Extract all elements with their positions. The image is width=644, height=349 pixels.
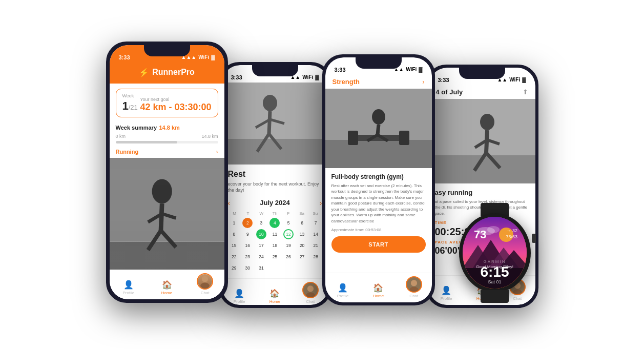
- p3-profile-icon: 👤: [338, 283, 348, 293]
- cal-day-8[interactable]: 8: [229, 229, 239, 239]
- svg-point-9: [202, 276, 208, 282]
- nav-home[interactable]: 🏠 Home: [148, 280, 186, 295]
- cal-day-31[interactable]: 31: [256, 263, 266, 273]
- p3-workout-svg: [325, 89, 432, 168]
- cal-day-23[interactable]: 23: [242, 252, 253, 262]
- calendar-header: ‹ July 2024 ›: [228, 199, 322, 207]
- chat-avatar: [197, 273, 213, 290]
- cal-day-21[interactable]: 21: [310, 240, 321, 251]
- phone-1-header: ⚡ RunnerPro: [110, 63, 224, 84]
- phone-4-photo: [429, 99, 535, 183]
- scene: 3:33 ▲▲▲ WiFi ▓ ⚡ RunnerPro Week: [91, 31, 554, 318]
- svg-point-30: [411, 280, 417, 286]
- nav-chat[interactable]: Chat: [186, 273, 224, 295]
- p4-photo-svg: [429, 99, 535, 183]
- p4-battery-icon: ▓: [522, 77, 526, 83]
- app-name: RunnerPro: [152, 68, 195, 77]
- profile-nav-icon: 👤: [123, 280, 134, 290]
- week-summary-km: 14.8 km: [159, 125, 179, 131]
- svg-point-49: [487, 226, 500, 233]
- cal-day-28[interactable]: 28: [310, 252, 321, 262]
- p3-battery-icon: ▓: [419, 67, 422, 72]
- p2-nav-profile[interactable]: 👤 Profile: [222, 289, 257, 304]
- app-logo: ⚡ RunnerPro: [139, 68, 195, 77]
- svg-rect-24: [348, 131, 358, 145]
- workout-title: Full-body strength (gym): [331, 173, 426, 180]
- p3-nav-profile[interactable]: 👤 Profile: [325, 283, 361, 298]
- phone-4-status-icons: ▲▲ WiFi ▓: [497, 77, 526, 83]
- cal-day-15[interactable]: 15: [229, 240, 239, 251]
- cal-day-4[interactable]: 4: [269, 218, 280, 228]
- cal-day-22[interactable]: 22: [229, 252, 239, 262]
- svg-point-10: [200, 282, 210, 289]
- cal-day-27[interactable]: 27: [297, 252, 307, 262]
- cal-day-9[interactable]: 9: [242, 229, 253, 239]
- cal-day[interactable]: 1: [229, 218, 239, 228]
- cal-day-14[interactable]: 14: [310, 229, 321, 239]
- svg-point-26: [372, 109, 385, 125]
- cal-day-11[interactable]: 11: [269, 229, 280, 239]
- workout-photo: [325, 89, 432, 168]
- cal-day-20[interactable]: 20: [297, 240, 307, 251]
- cal-day-18[interactable]: 18: [269, 240, 280, 251]
- cal-day-19[interactable]: 19: [283, 240, 294, 251]
- cal-day-10[interactable]: 10: [256, 229, 266, 239]
- cal-day-7[interactable]: 7: [310, 218, 321, 228]
- cal-prev-arrow[interactable]: ‹: [228, 199, 231, 207]
- running-row[interactable]: Running ›: [110, 149, 224, 158]
- cal-day-12[interactable]: 12: [283, 229, 294, 239]
- p3-chat-avatar: [406, 276, 422, 293]
- chat-nav-label: Chat: [201, 291, 210, 295]
- cal-day-26[interactable]: 26: [283, 252, 294, 262]
- watch-side-button[interactable]: [532, 234, 536, 243]
- cal-day-6[interactable]: 6: [297, 218, 307, 228]
- strength-chevron-icon[interactable]: ›: [422, 78, 424, 86]
- goal-row: Week 1/21 Your next goal 42 km - 03:30:0…: [122, 93, 212, 113]
- rest-title: Rest: [228, 170, 322, 179]
- phone-3-time: 3:33: [335, 67, 346, 73]
- date-label: 4 of July: [436, 88, 463, 96]
- svg-point-19: [307, 285, 314, 292]
- start-button[interactable]: START: [331, 236, 426, 253]
- watch-date: Sat 01: [463, 279, 527, 284]
- cal-day-30[interactable]: 30: [242, 263, 253, 273]
- p3-nav-home[interactable]: 🏠 Home: [361, 283, 396, 298]
- cal-day-3[interactable]: 3: [256, 218, 266, 228]
- avatar-face: [198, 274, 212, 289]
- p2-avatar-svg: [303, 282, 318, 298]
- week-info: Week 1/21: [122, 93, 138, 113]
- p2-battery-icon: ▓: [315, 74, 319, 80]
- phone-1-status-icons: ▲▲▲ WiFi ▓: [181, 54, 215, 60]
- nav-profile[interactable]: 👤 Profile: [110, 280, 148, 295]
- cal-day-17[interactable]: 17: [256, 240, 266, 251]
- cal-next-arrow[interactable]: ›: [320, 199, 322, 207]
- phone-3-top-bar: Strength ›: [325, 75, 432, 89]
- p3-nav-chat[interactable]: Chat: [396, 276, 431, 298]
- cal-day-29[interactable]: 29: [229, 263, 239, 273]
- watch-temp-range: 75/63: [506, 234, 517, 239]
- home-nav-label: Home: [161, 291, 172, 295]
- svg-point-13: [263, 95, 277, 111]
- cal-day-13[interactable]: 13: [297, 229, 307, 239]
- p2-home-icon: 🏠: [269, 289, 280, 298]
- phone-4-time: 3:33: [438, 77, 449, 83]
- progress-track: [116, 141, 218, 143]
- phone-4-top-bar: 4 of July ⬆: [429, 85, 535, 99]
- phone-2: 3:33 ▲▲ WiFi ▓: [219, 62, 331, 308]
- p2-nav-home[interactable]: 🏠 Home: [257, 289, 293, 304]
- cal-day-5[interactable]: 5: [283, 218, 294, 228]
- svg-line-27: [378, 125, 379, 135]
- cal-day-25[interactable]: 25: [269, 252, 280, 262]
- cal-day-24[interactable]: 24: [256, 252, 266, 262]
- p2-wifi-icon: WiFi: [302, 74, 313, 80]
- goal-box: Week 1/21 Your next goal 42 km - 03:30:0…: [116, 89, 218, 117]
- p3-avatar-svg: [407, 276, 421, 293]
- cal-day-2[interactable]: 2: [242, 218, 253, 228]
- share-icon[interactable]: ⬆: [523, 88, 528, 96]
- calendar-grid: M T W Th F Sa Su 1 2 3 4 5 6: [228, 211, 322, 273]
- running-label: Running: [116, 149, 139, 155]
- phone-2-time: 3:33: [231, 74, 242, 80]
- cal-days: 1 2 3 4 5 6 7 8 9 10 11 12 13 14: [228, 218, 322, 273]
- cal-day-16[interactable]: 16: [242, 240, 253, 251]
- week-label: Week: [122, 93, 138, 98]
